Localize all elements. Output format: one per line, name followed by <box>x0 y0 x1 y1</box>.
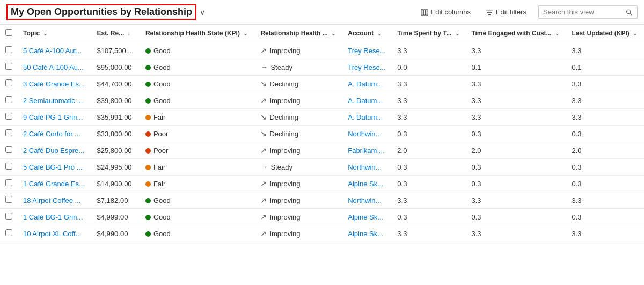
row-checkbox-cell[interactable] <box>0 126 18 142</box>
row-last-updated: 3.3 <box>566 42 644 59</box>
row-topic[interactable]: 2 Café Corto for ... <box>18 126 92 142</box>
title-chevron-icon[interactable]: ∨ <box>200 8 205 17</box>
row-account[interactable]: Northwin... <box>342 159 392 176</box>
row-checkbox-cell[interactable] <box>0 142 18 159</box>
row-time-spent: 3.3 <box>392 76 466 92</box>
row-rh-direction: ↗Improving <box>255 225 342 242</box>
row-checkbox[interactable] <box>5 196 12 203</box>
row-rh-direction: ↘Declining <box>255 76 342 92</box>
row-time-engaged: 0.3 <box>466 159 566 176</box>
row-account[interactable]: Northwin... <box>342 192 392 209</box>
row-checkbox-cell[interactable] <box>0 192 18 209</box>
table-row: 9 Café PG-1 Grin...$35,991.00Fair↘Declin… <box>0 109 644 126</box>
row-last-updated: 0.3 <box>566 159 644 176</box>
col-header-account[interactable]: Account ⌄ <box>342 25 392 42</box>
col-header-rh-state[interactable]: Relationship Health State (KPI) ⌄ <box>140 25 255 42</box>
edit-columns-button[interactable]: Edit columns <box>418 6 474 18</box>
row-account[interactable]: Northwin... <box>342 126 392 142</box>
row-last-updated: 0.3 <box>566 209 644 225</box>
col-header-time-engaged[interactable]: Time Engaged with Cust... ⌄ <box>466 25 566 42</box>
row-checkbox-cell[interactable] <box>0 42 18 59</box>
row-checkbox[interactable] <box>5 96 12 103</box>
row-checkbox-cell[interactable] <box>0 176 18 192</box>
col-header-rh[interactable]: Relationship Health ... ⌄ <box>255 25 342 42</box>
row-topic[interactable]: 5 Café A-100 Aut... <box>18 42 92 59</box>
rh-state-text: Good <box>153 230 171 238</box>
row-topic[interactable]: 10 Airpot XL Coff... <box>18 225 92 242</box>
col-header-topic[interactable]: Topic ⌄ <box>18 25 92 42</box>
col-header-est-revenue[interactable]: Est. Re... ↓ <box>92 25 140 42</box>
row-account[interactable]: Fabrikam,... <box>342 142 392 159</box>
select-all-checkbox[interactable] <box>5 29 12 36</box>
row-account[interactable]: Alpine Sk... <box>342 225 392 242</box>
row-topic[interactable]: 50 Café A-100 Au... <box>18 59 92 76</box>
header-actions: Edit columns Edit filters <box>418 5 638 19</box>
row-time-spent: 0.3 <box>392 159 466 176</box>
row-checkbox-cell[interactable] <box>0 92 18 109</box>
row-checkbox-cell[interactable] <box>0 225 18 242</box>
row-topic[interactable]: 2 Café Duo Espre... <box>18 142 92 159</box>
rh-direction-icon: ↗ <box>260 229 267 238</box>
row-topic[interactable]: 1 Café Grande Es... <box>18 176 92 192</box>
row-checkbox[interactable] <box>5 146 12 153</box>
col-header-time-spent[interactable]: Time Spent by T... ⌄ <box>392 25 466 42</box>
row-checkbox-cell[interactable] <box>0 209 18 225</box>
search-input[interactable] <box>543 8 624 16</box>
col-header-last-updated[interactable]: Last Updated (KPI) ⌄ <box>566 25 644 42</box>
row-account[interactable]: Trey Rese... <box>342 42 392 59</box>
row-checkbox[interactable] <box>5 179 12 186</box>
row-account[interactable]: A. Datum... <box>342 109 392 126</box>
row-topic[interactable]: 18 Airpot Coffee ... <box>18 192 92 209</box>
row-checkbox-cell[interactable] <box>0 159 18 176</box>
row-checkbox-cell[interactable] <box>0 76 18 92</box>
rh-direction-text: Improving <box>269 196 300 204</box>
row-topic[interactable]: 9 Café PG-1 Grin... <box>18 109 92 126</box>
edit-filters-button[interactable]: Edit filters <box>482 6 530 18</box>
row-account[interactable]: A. Datum... <box>342 76 392 92</box>
row-rh-direction: ↗Improving <box>255 92 342 109</box>
row-topic[interactable]: 2 Semiautomatic ... <box>18 92 92 109</box>
rh-direction-icon: ↘ <box>260 79 267 88</box>
row-topic[interactable]: 1 Café BG-1 Grin... <box>18 209 92 225</box>
row-account[interactable]: Trey Rese... <box>342 59 392 76</box>
rh-direction-icon: ↘ <box>260 113 267 121</box>
table-row: 5 Café BG-1 Pro ...$24,995.00Fair→Steady… <box>0 159 644 176</box>
col-header-checkbox[interactable] <box>0 25 18 42</box>
header-left: My Open Opportunities by Relationship ∨ <box>6 4 205 20</box>
row-checkbox[interactable] <box>5 63 12 70</box>
row-checkbox[interactable] <box>5 213 12 220</box>
time-spent-sort-icon: ⌄ <box>455 31 459 36</box>
row-checkbox-cell[interactable] <box>0 109 18 126</box>
row-rh-direction: ↘Declining <box>255 126 342 142</box>
rh-state-text: Good <box>153 47 171 55</box>
row-rh-state: Good <box>140 192 255 209</box>
rh-state-sort-icon: ⌄ <box>243 31 247 36</box>
row-checkbox[interactable] <box>5 46 12 53</box>
rh-state-dot <box>145 131 151 137</box>
row-account[interactable]: A. Datum... <box>342 92 392 109</box>
row-last-updated: 0.3 <box>566 176 644 192</box>
row-topic[interactable]: 5 Café BG-1 Pro ... <box>18 159 92 176</box>
row-checkbox[interactable] <box>5 229 12 236</box>
table-row: 10 Airpot XL Coff...$4,990.00Good↗Improv… <box>0 225 644 242</box>
row-topic[interactable]: 3 Café Grande Es... <box>18 76 92 92</box>
row-time-engaged: 3.3 <box>466 225 566 242</box>
rh-state-dot <box>145 82 151 87</box>
row-checkbox[interactable] <box>5 163 12 170</box>
row-checkbox[interactable] <box>5 79 12 86</box>
row-account[interactable]: Alpine Sk... <box>342 209 392 225</box>
row-time-spent: 2.0 <box>392 142 466 159</box>
row-time-engaged: 3.3 <box>466 192 566 209</box>
row-checkbox[interactable] <box>5 129 12 136</box>
row-last-updated: 0.3 <box>566 126 644 142</box>
row-rh-state: Good <box>140 42 255 59</box>
row-checkbox[interactable] <box>5 113 12 120</box>
rh-direction-icon: ↗ <box>260 196 267 204</box>
row-rh-state: Fair <box>140 159 255 176</box>
rh-direction-icon: ↗ <box>260 46 267 55</box>
row-account[interactable]: Alpine Sk... <box>342 176 392 192</box>
page-title: My Open Opportunities by Relationship <box>6 4 196 20</box>
row-checkbox-cell[interactable] <box>0 59 18 76</box>
rh-direction-icon: ↗ <box>260 96 267 105</box>
row-rh-direction: ↗Improving <box>255 209 342 225</box>
